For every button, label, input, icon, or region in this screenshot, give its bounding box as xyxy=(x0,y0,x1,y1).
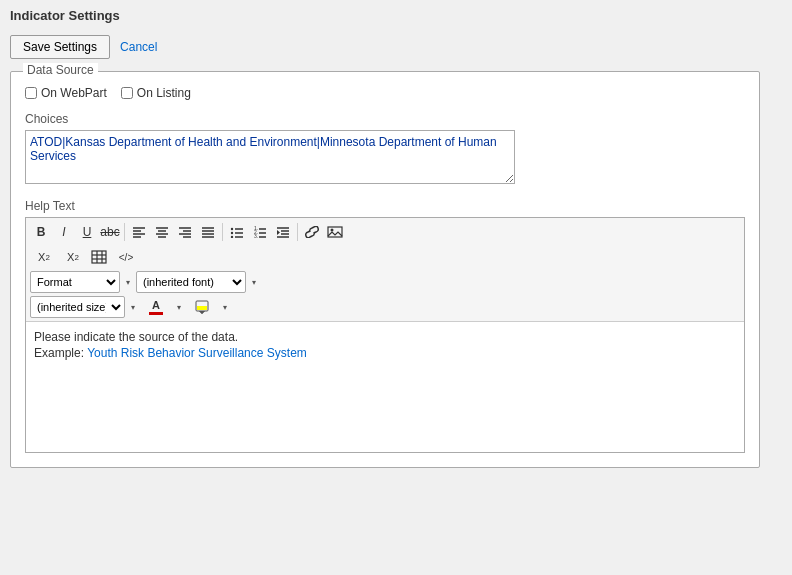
align-justify-icon xyxy=(201,226,215,238)
underline-button[interactable]: U xyxy=(76,221,98,243)
italic-button[interactable]: I xyxy=(53,221,75,243)
align-center-button[interactable] xyxy=(151,221,173,243)
separator-2 xyxy=(222,223,223,241)
svg-text:3.: 3. xyxy=(254,233,258,238)
toolbar-row-1: B I U abc xyxy=(30,221,740,243)
unordered-list-icon xyxy=(230,226,244,238)
highlight-color-button[interactable] xyxy=(187,296,217,318)
editor-line-2-link: Youth Risk Behavior Surveillance System xyxy=(87,346,307,360)
image-icon xyxy=(327,226,343,238)
table-button[interactable] xyxy=(88,246,110,268)
indent-button[interactable] xyxy=(272,221,294,243)
editor-line-2-prefix: Example: xyxy=(34,346,87,360)
choices-label: Choices xyxy=(25,112,745,126)
data-source-section: Data Source On WebPart On Listing Choice… xyxy=(10,71,760,468)
top-toolbar: Save Settings Cancel xyxy=(10,35,782,59)
link-icon xyxy=(304,226,320,238)
checkbox-row: On WebPart On Listing xyxy=(25,86,745,100)
svg-rect-35 xyxy=(92,251,106,263)
editor-line-2: Example: Youth Risk Behavior Surveillanc… xyxy=(34,346,736,360)
help-text-label: Help Text xyxy=(25,199,745,213)
toolbar-row-3: Format ▾ (inherited font) ▾ xyxy=(30,271,740,293)
align-right-button[interactable] xyxy=(174,221,196,243)
page-wrapper: Indicator Settings Save Settings Cancel … xyxy=(0,0,792,575)
highlight-color-dropdown-arrow[interactable]: ▾ xyxy=(218,296,232,318)
svg-point-16 xyxy=(231,228,233,230)
size-dropdown-arrow[interactable]: ▾ xyxy=(126,296,140,318)
font-color-a: A xyxy=(152,300,160,311)
link-button[interactable] xyxy=(301,221,323,243)
on-webpart-text: On WebPart xyxy=(41,86,107,100)
align-justify-button[interactable] xyxy=(197,221,219,243)
on-listing-label[interactable]: On Listing xyxy=(121,86,191,100)
data-source-legend: Data Source xyxy=(23,63,98,77)
align-center-icon xyxy=(155,226,169,238)
choices-textarea[interactable]: ATOD|Kansas Department of Health and Env… xyxy=(25,130,515,184)
align-left-icon xyxy=(132,226,146,238)
on-listing-checkbox[interactable] xyxy=(121,87,133,99)
cancel-link[interactable]: Cancel xyxy=(120,40,157,54)
ordered-list-icon: 1. 2. 3. xyxy=(253,226,267,238)
format-dropdown[interactable]: Format xyxy=(30,271,120,293)
font-color-indicator: A xyxy=(149,300,163,315)
font-color-underline xyxy=(149,312,163,315)
svg-point-18 xyxy=(231,232,233,234)
svg-rect-41 xyxy=(197,306,207,310)
format-dropdown-arrow[interactable]: ▾ xyxy=(121,271,135,293)
highlight-icon xyxy=(194,299,210,315)
font-color-button[interactable]: A xyxy=(141,296,171,318)
bold-button[interactable]: B xyxy=(30,221,52,243)
superscript-button[interactable]: X2 xyxy=(59,246,87,268)
align-left-button[interactable] xyxy=(128,221,150,243)
font-color-dropdown-arrow[interactable]: ▾ xyxy=(172,296,186,318)
editor-content-area[interactable]: Please indicate the source of the data. … xyxy=(26,322,744,452)
font-dropdown[interactable]: (inherited font) xyxy=(136,271,246,293)
rich-text-editor: B I U abc xyxy=(25,217,745,453)
save-settings-button[interactable]: Save Settings xyxy=(10,35,110,59)
source-button[interactable]: </> xyxy=(111,246,141,268)
separator-3 xyxy=(297,223,298,241)
toolbar-row-2: X2 X2 </> xyxy=(30,246,740,268)
toolbar-row-4: (inherited size) ▾ A ▾ xyxy=(30,296,740,318)
ordered-list-button[interactable]: 1. 2. 3. xyxy=(249,221,271,243)
align-right-icon xyxy=(178,226,192,238)
on-webpart-label[interactable]: On WebPart xyxy=(25,86,107,100)
unordered-list-button[interactable] xyxy=(226,221,248,243)
size-dropdown[interactable]: (inherited size) xyxy=(30,296,125,318)
svg-point-20 xyxy=(231,236,233,238)
table-icon xyxy=(91,250,107,264)
page-title: Indicator Settings xyxy=(10,8,782,23)
svg-point-34 xyxy=(331,229,334,232)
font-dropdown-arrow[interactable]: ▾ xyxy=(247,271,261,293)
on-webpart-checkbox[interactable] xyxy=(25,87,37,99)
svg-marker-32 xyxy=(277,230,280,235)
strikethrough-button[interactable]: abc xyxy=(99,221,121,243)
subscript-button[interactable]: X2 xyxy=(30,246,58,268)
editor-line-1: Please indicate the source of the data. xyxy=(34,330,736,344)
image-button[interactable] xyxy=(324,221,346,243)
on-listing-text: On Listing xyxy=(137,86,191,100)
indent-icon xyxy=(276,226,290,238)
separator-1 xyxy=(124,223,125,241)
editor-toolbar: B I U abc xyxy=(26,218,744,322)
